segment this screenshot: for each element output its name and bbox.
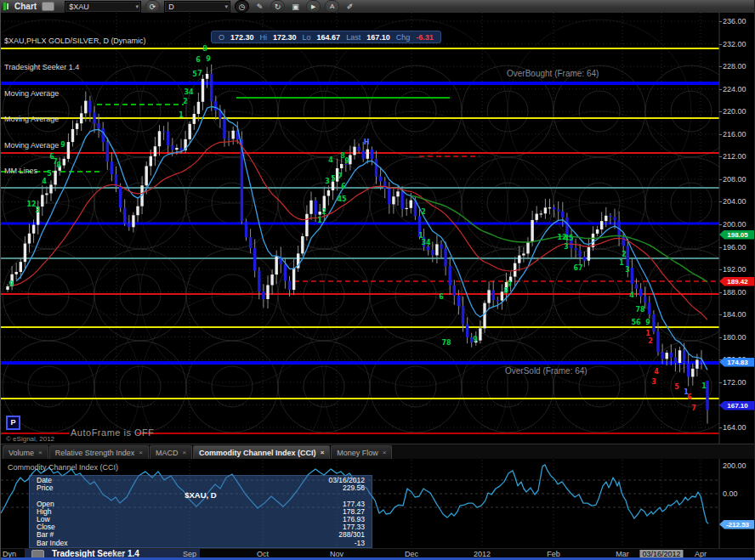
interval-value: D (168, 3, 174, 11)
study-label: Tradesight Seeker 1.4 (4, 63, 145, 71)
svg-text:1: 1 (619, 259, 624, 267)
svg-text:3: 3 (625, 266, 630, 274)
svg-text:78: 78 (635, 306, 645, 314)
axis-tick (719, 292, 722, 293)
price-axis-label: 172.00 (723, 378, 746, 387)
svg-text:56: 56 (631, 319, 641, 326)
tooltip-row: Low176.93 (30, 516, 372, 523)
overbought-label: OverBought (Frame: 64) (507, 69, 599, 78)
price-axis-label: 164.00 (723, 423, 746, 432)
symbol-value: $XAU (69, 3, 89, 11)
chevron-down-icon: ▾ (225, 3, 229, 10)
chevron-down-icon: ▾ (136, 3, 139, 10)
p-button[interactable]: P (6, 416, 20, 430)
symbol-go-button[interactable]: ⟳ (145, 0, 160, 13)
svg-text:78: 78 (441, 339, 451, 347)
svg-text:1: 1 (317, 217, 322, 224)
auto-button[interactable]: A (325, 0, 339, 13)
chart-window: Chart $XAU ▾ ⟳ D ▾ ◷ ✎ ↻ ▣ ▶ A ✐ 9123456… (0, 0, 755, 560)
price-axis-label: 212.00 (723, 152, 746, 161)
svg-text:4: 4 (629, 291, 634, 299)
tab-relative-strength-index[interactable]: Relative Strength Index× (49, 445, 149, 459)
close-icon[interactable]: × (139, 449, 143, 456)
tooltip-symbol-title: $XAU, D (30, 492, 372, 500)
study-label: Moving Average (4, 141, 145, 150)
quote-window-button[interactable]: ▣ (289, 1, 302, 12)
close-icon[interactable]: × (321, 449, 325, 456)
svg-text:9: 9 (473, 336, 478, 343)
svg-text:34: 34 (421, 239, 431, 246)
tooltip-field-label: Bar # (37, 531, 54, 539)
tab-label: Money Flow (337, 449, 378, 457)
svg-text:1: 1 (179, 111, 184, 119)
price-axis[interactable]: 236.00232.00228.00224.00220.00216.00212.… (719, 0, 755, 444)
tab-label: Relative Strength Index (55, 449, 135, 457)
tooltip-row: Bar #288/301 (30, 531, 372, 539)
replay-button[interactable]: ↻ (270, 0, 285, 13)
price-axis-label: 236.00 (723, 17, 746, 25)
svg-text:9: 9 (206, 55, 211, 63)
time-interval-button[interactable]: ◷ (235, 0, 249, 13)
svg-text:7: 7 (197, 70, 202, 77)
draw-pencil-button[interactable]: ✎ (253, 1, 266, 12)
tab-label: Commodity Channel Index (CCI) (199, 449, 316, 457)
svg-text:7: 7 (691, 404, 696, 412)
window-icon (3, 3, 9, 10)
interval-select[interactable]: D ▾ (164, 1, 230, 13)
tooltip-field-label: Open (37, 501, 54, 508)
symbol-input[interactable]: $XAU ▾ (65, 1, 141, 13)
close-icon[interactable]: × (182, 449, 186, 456)
cci-axis-label: 200.00 (723, 461, 746, 470)
tab-commodity-channel-index-cci-[interactable]: Commodity Channel Index (CCI)× (193, 445, 330, 459)
axis-tick (719, 337, 722, 338)
eraser-button[interactable]: ✐ (343, 1, 356, 12)
cci-axis[interactable]: 200.000.00 (719, 459, 755, 548)
oversold-label: OverSold (Frame: 64) (505, 366, 588, 376)
svg-text:45: 45 (564, 235, 574, 242)
play-button[interactable]: ▶ (306, 0, 321, 13)
tooltip-field-value: 177.43 (343, 501, 365, 508)
cci-axis-label: 0.00 (723, 489, 738, 498)
tooltip-row: Close177.33 (30, 523, 372, 531)
tab-label: Volume (9, 449, 34, 457)
price-axis-label: 188.00 (723, 288, 746, 297)
axis-tick (719, 134, 722, 135)
svg-text:2: 2 (421, 208, 426, 216)
tab-money-flow[interactable]: Money Flow× (331, 445, 392, 459)
study-label: Moving Average (4, 115, 145, 123)
layout-badge-icon[interactable] (42, 2, 54, 11)
svg-text:4: 4 (654, 368, 659, 376)
tab-volume[interactable]: Volume× (3, 445, 48, 459)
cci-pane-title: Commodity Channel Index (CCI) (8, 463, 118, 472)
cci-last-badge: -212.53 (719, 520, 755, 529)
tooltip-field-value: 178.27 (343, 508, 365, 516)
tab-macd[interactable]: MACD× (150, 445, 192, 459)
svg-text:1: 1 (684, 388, 689, 396)
last-value: 167.10 (366, 33, 390, 42)
axis-tick (719, 111, 722, 112)
indicator-tabs: Volume×Relative Strength Index×MACD×Comm… (1, 444, 755, 459)
axis-tick (719, 89, 722, 90)
last-label: Last (346, 33, 360, 42)
chart-header: $XAU,PHLX GOLD/SILVER, D (Dynamic) Trade… (4, 20, 145, 193)
svg-text:9: 9 (344, 157, 349, 165)
svg-text:6: 6 (196, 56, 201, 64)
close-icon[interactable]: × (383, 449, 387, 456)
svg-text:1: 1 (645, 330, 650, 337)
close-icon[interactable]: × (38, 449, 43, 456)
price-axis-label: 216.00 (723, 130, 746, 139)
svg-text:9: 9 (645, 319, 650, 326)
price-badge: 198.05 (719, 230, 755, 240)
low-value: 164.67 (317, 33, 341, 42)
window-title: Chart (14, 2, 37, 11)
svg-text:6: 6 (341, 183, 346, 190)
price-axis-label: 196.00 (723, 243, 746, 252)
price-badge: 167.10 (719, 401, 755, 410)
svg-text:1: 1 (701, 382, 707, 390)
tooltip-field-value: 288/301 (338, 531, 365, 539)
svg-text:9: 9 (507, 280, 512, 288)
svg-text:34: 34 (184, 88, 194, 96)
svg-text:3: 3 (35, 206, 40, 214)
axis-tick (719, 427, 722, 428)
svg-text:7: 7 (338, 173, 343, 180)
